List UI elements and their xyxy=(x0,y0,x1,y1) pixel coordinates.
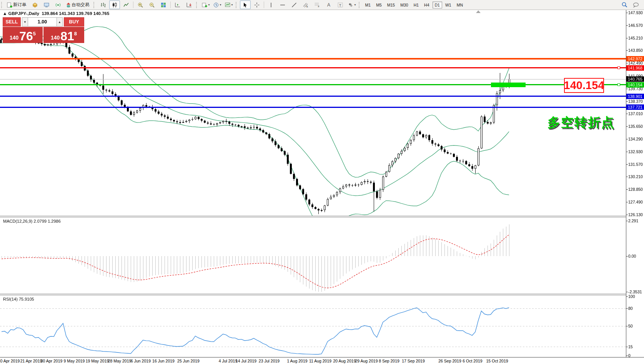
chart-shift-marker[interactable] xyxy=(476,10,481,13)
axis-tick-mark xyxy=(626,38,628,38)
axis-tick-mark xyxy=(626,89,628,89)
equidistant-channel-button[interactable]: E xyxy=(300,0,311,9)
profiles-button[interactable] xyxy=(30,0,40,9)
arrows-dropdown[interactable]: ▾ xyxy=(346,0,357,9)
toolbar-grip[interactable] xyxy=(236,2,238,8)
hline-handle[interactable] xyxy=(617,66,620,69)
zoom-out-icon xyxy=(149,2,155,8)
autotrading-button[interactable]: 自动交易 xyxy=(64,0,92,9)
zoom-in-button[interactable] xyxy=(135,0,146,9)
pane-separator[interactable] xyxy=(0,294,644,295)
hline-142.972[interactable] xyxy=(0,58,626,60)
vertical-line-button[interactable] xyxy=(266,0,276,9)
macd-label: MACD(12,26,9) 2.0799 1.2986 xyxy=(3,219,61,223)
hline-141.968[interactable] xyxy=(0,67,626,68)
price-tick: 132.930 xyxy=(628,149,643,154)
new-chart-dropdown[interactable]: ▾ xyxy=(200,0,211,9)
zoom-out-button[interactable] xyxy=(146,0,157,9)
trade-panel-toggle[interactable] xyxy=(0,40,2,43)
timeframe-bar: M1M5M15M30H1H4D1W1MN xyxy=(363,2,466,8)
chat-button[interactable] xyxy=(631,0,641,9)
timeframe-button-m5[interactable]: M5 xyxy=(374,2,384,8)
green-highlight-box[interactable] xyxy=(491,83,526,87)
hline-handle[interactable] xyxy=(617,83,620,86)
arrows-icon xyxy=(348,2,354,8)
bar-chart-button[interactable] xyxy=(98,0,108,9)
crosshair-button[interactable] xyxy=(251,0,262,9)
price-callout-140154[interactable]: 140.154 xyxy=(564,78,604,93)
metaeditor-button[interactable] xyxy=(41,0,52,9)
chart-canvas[interactable] xyxy=(0,10,626,357)
volume-up-button[interactable]: ▲ xyxy=(57,17,63,26)
axis-tick-mark xyxy=(626,347,628,347)
svg-text:E: E xyxy=(306,5,308,8)
hline-137.721[interactable] xyxy=(0,107,626,108)
timeframe-button-h4[interactable]: H4 xyxy=(422,2,431,8)
chat-icon xyxy=(632,2,639,8)
tile-windows-button[interactable] xyxy=(158,0,169,9)
collapse-arrow-icon[interactable]: ▲ xyxy=(3,11,8,16)
sell-button[interactable]: SELL xyxy=(3,17,21,26)
chart-shift-button[interactable] xyxy=(172,0,183,9)
buy-button[interactable]: BUY xyxy=(64,17,84,26)
price-tick: 131.570 xyxy=(628,162,643,167)
candlestick-chart-button[interactable] xyxy=(109,0,120,9)
date-label: 26 Sep 2019 xyxy=(438,359,461,363)
timeframe-button-h1[interactable]: H1 xyxy=(411,2,421,8)
pane-separator[interactable] xyxy=(0,216,644,217)
date-label: 30 Apr 2019 xyxy=(41,359,63,363)
current-price-line xyxy=(0,79,626,79)
date-label: 25 Jun 2019 xyxy=(177,359,200,363)
profiles-icon xyxy=(32,2,38,8)
trendline-button[interactable] xyxy=(289,0,300,9)
cursor-button[interactable] xyxy=(240,0,251,9)
timeframe-button-mn[interactable]: MN xyxy=(454,2,465,8)
timeframe-button-m15[interactable]: M15 xyxy=(385,2,397,8)
fibonacci-button[interactable]: F xyxy=(312,0,323,9)
auto-scroll-button[interactable] xyxy=(184,0,195,9)
timeframe-button-w1[interactable]: W1 xyxy=(443,2,454,8)
hline-140.154[interactable] xyxy=(0,84,626,85)
timeframe-button-m30[interactable]: M30 xyxy=(398,2,410,8)
search-button[interactable] xyxy=(619,0,630,9)
axis-tick-mark xyxy=(626,356,628,356)
volume-down-button[interactable]: ▼ xyxy=(22,17,28,26)
toolbar-separator xyxy=(133,2,133,8)
turning-point-annotation[interactable]: 多空转折点 xyxy=(547,114,615,131)
toolbar-grip[interactable] xyxy=(196,2,198,8)
price-badge-142.972: 142.972 xyxy=(626,56,644,61)
hline-138.901[interactable] xyxy=(0,96,626,97)
toolbar-grip[interactable] xyxy=(359,2,361,8)
time-axis[interactable]: 10 Apr 201921 Apr 201930 Apr 20199 May 2… xyxy=(0,357,644,364)
date-label: 19 May 2019 xyxy=(86,359,109,363)
metaeditor-icon xyxy=(43,2,50,8)
templates-dropdown[interactable]: ▾ xyxy=(223,0,234,9)
line-chart-icon xyxy=(123,2,129,8)
axis-tick-mark xyxy=(626,63,628,63)
text-label-button[interactable]: T xyxy=(335,0,346,9)
signals-button[interactable] xyxy=(53,0,63,9)
period-dropdown[interactable]: ▾ xyxy=(212,0,223,9)
svg-text:T: T xyxy=(339,3,341,7)
text-button[interactable]: A xyxy=(323,0,334,9)
line-chart-button[interactable] xyxy=(121,0,131,9)
text-icon: A xyxy=(326,2,332,8)
text-label-icon: T xyxy=(337,2,343,8)
volume-input[interactable]: 1.00 xyxy=(28,17,57,26)
date-label: 6 Oct 2019 xyxy=(463,359,482,363)
rsi-tick: 15 xyxy=(628,344,633,349)
timeframe-button-m1[interactable]: M1 xyxy=(363,2,373,8)
buy-price-display[interactable]: 140818 xyxy=(43,27,84,43)
autotrading-label: 自动交易 xyxy=(72,2,90,8)
horizontal-line-button[interactable] xyxy=(277,0,288,9)
toolbar-grip[interactable] xyxy=(93,2,96,8)
autotrading-icon xyxy=(65,2,72,8)
timeframe-button-d1[interactable]: D1 xyxy=(433,2,442,8)
toolbar-grip[interactable] xyxy=(1,2,3,8)
rsi-label: RSI(14) 75.9105 xyxy=(3,297,34,301)
sell-price-display[interactable]: 140765 xyxy=(3,27,43,43)
price-axis[interactable]: 147.930146.570145.210143.850142.490141.0… xyxy=(626,10,644,357)
toolbar-separator xyxy=(264,2,264,8)
new-order-button[interactable]: 新订单 xyxy=(5,0,29,9)
axis-tick-mark xyxy=(626,152,628,152)
